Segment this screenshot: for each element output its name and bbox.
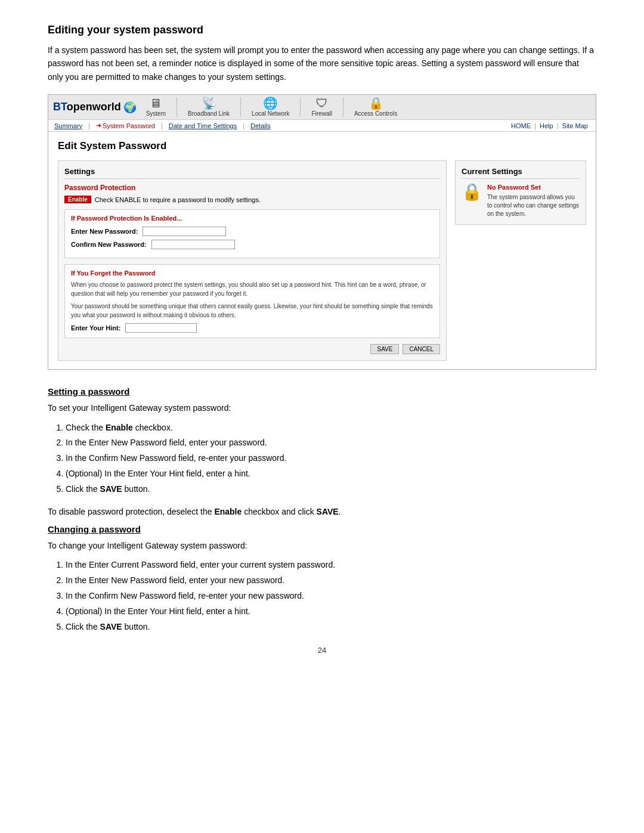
hint-row: Enter Your Hint: <box>71 323 434 333</box>
change-step-5: Click the SAVE button. <box>66 620 596 634</box>
setting-password-section: Setting a password To set your Intellige… <box>48 386 596 518</box>
browser-screenshot: BTopenworld 🌍 🖥 System 📡 Broadband Link … <box>48 94 596 370</box>
setting-password-steps: Check the Enable checkbox. In the Enter … <box>66 421 596 497</box>
sub-nav-active-label: System Password <box>103 122 155 129</box>
current-settings-panel: Current Settings 🔒 No Password Set The s… <box>455 160 586 225</box>
no-password-row: 🔒 No Password Set The system password al… <box>462 184 580 218</box>
changing-password-intro: To change your Intelligent Gateway syste… <box>48 539 596 552</box>
step-1-bold: Enable <box>106 423 133 432</box>
hint-input[interactable] <box>125 323 197 333</box>
step-5: Click the SAVE button. <box>66 482 596 497</box>
nav-icons: 🖥 System 📡 Broadband Link 🌐 Local Networ… <box>146 97 591 117</box>
forget-password-box: If You Forget the Password When you choo… <box>64 264 440 338</box>
button-row: SAVE CANCEL <box>64 344 440 354</box>
nav-local-network[interactable]: 🌐 Local Network <box>252 97 301 117</box>
no-password-text: No Password Set The system password allo… <box>487 184 580 218</box>
sub-nav-datetime[interactable]: Date and Time Settings <box>169 122 237 129</box>
current-settings-heading: Current Settings <box>462 167 580 179</box>
cancel-button[interactable]: CANCEL <box>402 344 440 354</box>
system-icon: 🖥 <box>150 97 162 109</box>
intro-paragraph: If a system password has been set, the s… <box>48 44 596 83</box>
step-3: In the Confirm New Password field, re-en… <box>66 451 596 466</box>
no-password-title: No Password Set <box>487 184 580 191</box>
change-step-2: In the Enter New Password field, enter y… <box>66 574 596 588</box>
no-password-desc: The system password allows you to contro… <box>487 193 580 218</box>
logo: BTopenworld 🌍 <box>53 101 137 114</box>
settings-panel: Settings Password Protection Enable Chec… <box>58 160 447 361</box>
enable-description: Check ENABLE to require a password to mo… <box>95 196 261 203</box>
changing-password-section: Changing a password To change your Intel… <box>48 524 596 634</box>
change-step-5-bold: SAVE <box>100 622 122 631</box>
home-link[interactable]: HOME <box>511 122 531 129</box>
new-password-label: Enter New Password: <box>71 228 138 235</box>
settings-panel-heading: Settings <box>64 167 440 179</box>
confirm-password-label: Confirm New Password: <box>71 241 147 248</box>
local-network-icon: 🌐 <box>263 97 278 109</box>
broadband-icon: 📡 <box>202 97 216 109</box>
logo-bt-text: BTopenworld <box>53 101 121 113</box>
no-password-icon: 🔒 <box>462 184 482 200</box>
enable-row: Enable Check ENABLE to require a passwor… <box>64 196 440 203</box>
page-title: Edit System Password <box>58 140 586 152</box>
sitemap-link[interactable]: Site Map <box>562 122 588 129</box>
page-heading: Editing your system password <box>48 24 596 36</box>
change-step-3: In the Confirm New Password field, re-en… <box>66 589 596 603</box>
sub-nav: Summary | ➜ System Password | Date and T… <box>48 120 596 132</box>
if-enabled-box: If Password Protection Is Enabled... Ent… <box>64 209 440 258</box>
forget-text-1: When you choose to password protect the … <box>71 280 434 298</box>
sep2: | <box>557 122 561 129</box>
forget-title: If You Forget the Password <box>71 270 434 277</box>
sep1: | <box>534 122 538 129</box>
enable-button[interactable]: Enable <box>64 196 91 203</box>
setting-password-footer: To disable password protection, deselect… <box>48 505 596 518</box>
sub-nav-summary[interactable]: Summary <box>54 122 82 129</box>
new-password-row: Enter New Password: <box>71 227 434 236</box>
access-controls-icon: 🔒 <box>369 97 383 109</box>
two-col-layout: Settings Password Protection Enable Chec… <box>58 160 586 361</box>
logo-globe-icon: 🌍 <box>123 101 137 114</box>
password-protection-title: Password Protection <box>64 184 440 192</box>
step-5-bold: SAVE <box>100 484 122 494</box>
new-password-input[interactable] <box>143 227 226 236</box>
page-number: 24 <box>48 646 596 655</box>
nav-bar: BTopenworld 🌍 🖥 System 📡 Broadband Link … <box>48 95 596 120</box>
step-1: Check the Enable checkbox. <box>66 421 596 435</box>
footer-enable-bold: Enable <box>214 507 242 516</box>
help-link[interactable]: Help <box>540 122 553 129</box>
if-enabled-title: If Password Protection Is Enabled... <box>71 215 434 222</box>
nav-system[interactable]: 🖥 System <box>146 97 177 117</box>
sub-nav-arrow: ➜ <box>96 122 101 129</box>
sub-nav-active-item: ➜ System Password <box>96 122 155 129</box>
setting-password-intro: To set your Intelligent Gateway system p… <box>48 401 596 414</box>
forget-text-2: Your password should be something unique… <box>71 302 434 320</box>
step-2: In the Enter New Password field, enter y… <box>66 436 596 450</box>
setting-password-heading: Setting a password <box>48 386 596 397</box>
change-step-4: (Optional) In the Enter Your Hint field,… <box>66 605 596 619</box>
sub-nav-details[interactable]: Details <box>250 122 271 129</box>
nav-access-controls-label: Access Controls <box>354 110 397 117</box>
nav-firewall-label: Firewall <box>311 110 332 117</box>
confirm-password-input[interactable] <box>151 240 235 249</box>
page-content: Edit System Password Settings Password P… <box>48 132 596 369</box>
hint-label: Enter Your Hint: <box>71 324 120 332</box>
nav-access-controls[interactable]: 🔒 Access Controls <box>354 97 408 117</box>
nav-broadband[interactable]: 📡 Broadband Link <box>188 97 241 117</box>
changing-password-steps: In the Enter Current Password field, ent… <box>66 558 596 634</box>
firewall-icon: 🛡 <box>316 97 328 109</box>
step-4: (Optional) In the Enter Your Hint field,… <box>66 467 596 481</box>
sub-nav-right: HOME | Help | Site Map <box>509 122 590 129</box>
footer-save-bold: SAVE <box>317 507 339 516</box>
sub-nav-left: Summary | ➜ System Password | Date and T… <box>54 122 271 129</box>
confirm-password-row: Confirm New Password: <box>71 240 434 249</box>
nav-system-label: System <box>146 110 166 117</box>
nav-local-network-label: Local Network <box>252 110 289 117</box>
change-step-1: In the Enter Current Password field, ent… <box>66 558 596 572</box>
nav-firewall[interactable]: 🛡 Firewall <box>311 97 343 117</box>
nav-broadband-label: Broadband Link <box>188 110 230 117</box>
changing-password-heading: Changing a password <box>48 524 596 534</box>
save-button[interactable]: SAVE <box>370 344 399 354</box>
